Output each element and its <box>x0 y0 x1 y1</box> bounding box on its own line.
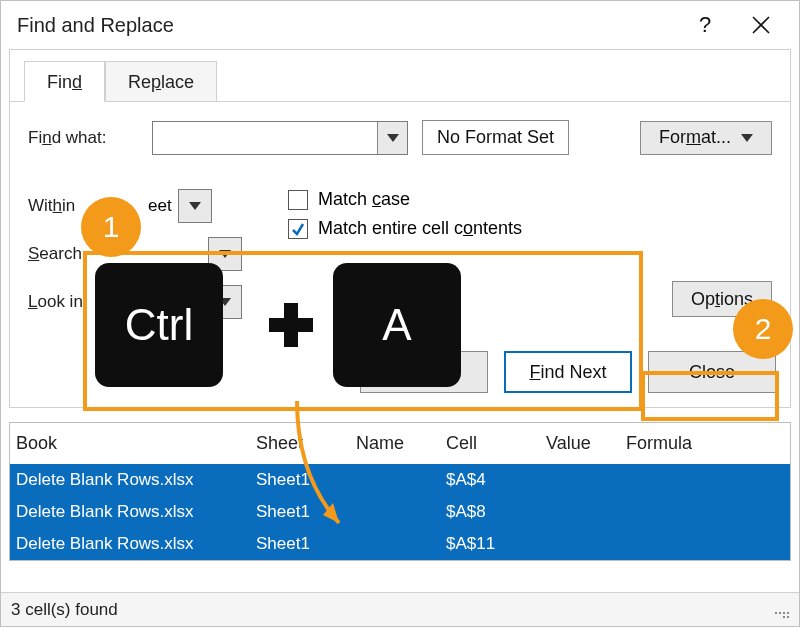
action-buttons: Find All Find Next Close <box>10 351 776 393</box>
chevron-down-icon <box>387 134 399 142</box>
cell-book: Delete Blank Rows.xlsx <box>16 534 256 554</box>
col-value[interactable]: Value <box>546 433 626 454</box>
search-combo[interactable] <box>208 237 242 271</box>
title-bar: Find and Replace ? <box>1 1 799 49</box>
results-header[interactable]: Book Sheet Name Cell Value Formula <box>10 423 790 464</box>
resize-grip-icon[interactable] <box>773 602 789 618</box>
tab-replace[interactable]: Replace <box>105 61 217 102</box>
cell-sheet: Sheet1 <box>256 502 356 522</box>
chevron-down-icon <box>189 202 201 210</box>
tab-find[interactable]: Find <box>24 61 105 102</box>
within-dropdown[interactable] <box>179 190 211 222</box>
within-value-fragment: eet <box>148 196 172 216</box>
tab-strip: Find Replace <box>24 60 790 101</box>
within-combo[interactable] <box>178 189 212 223</box>
close-icon <box>751 15 771 35</box>
find-what-input[interactable] <box>153 122 377 154</box>
cell-cell: $A$11 <box>446 534 546 554</box>
cell-book: Delete Blank Rows.xlsx <box>16 470 256 490</box>
cell-sheet: Sheet1 <box>256 534 356 554</box>
checkbox-column: Match case Match entire cell contents <box>288 189 522 239</box>
find-what-label: Find what: <box>28 128 138 148</box>
window-title: Find and Replace <box>17 14 677 37</box>
find-what-row: Find what: No Format Set Format... <box>28 120 772 155</box>
col-book[interactable]: Book <box>16 433 256 454</box>
find-all-button[interactable]: Find All <box>360 351 488 393</box>
results-body: Delete Blank Rows.xlsx Sheet1 $A$4 Delet… <box>10 464 790 560</box>
chevron-down-icon <box>741 134 753 142</box>
cell-cell: $A$4 <box>446 470 546 490</box>
match-entire-label: Match entire cell contents <box>318 218 522 239</box>
find-next-button[interactable]: Find Next <box>504 351 632 393</box>
col-cell[interactable]: Cell <box>446 433 546 454</box>
table-row[interactable]: Delete Blank Rows.xlsx Sheet1 $A$11 <box>10 528 790 560</box>
svg-marker-2 <box>387 134 399 142</box>
options-row: Within eet Search <box>28 189 772 319</box>
within-label: Within <box>28 196 108 216</box>
col-name[interactable]: Name <box>356 433 446 454</box>
status-bar: 3 cell(s) found <box>1 592 799 626</box>
search-dropdown[interactable] <box>209 238 241 270</box>
cell-sheet: Sheet1 <box>256 470 356 490</box>
svg-marker-5 <box>219 250 231 258</box>
lookin-dropdown[interactable] <box>209 286 241 318</box>
match-case-option[interactable]: Match case <box>288 189 522 210</box>
format-button[interactable]: Format... <box>640 121 772 155</box>
table-row[interactable]: Delete Blank Rows.xlsx Sheet1 $A$4 <box>10 464 790 496</box>
svg-marker-6 <box>219 298 231 306</box>
help-button[interactable]: ? <box>677 1 733 49</box>
match-entire-checkbox[interactable] <box>288 219 308 239</box>
col-formula[interactable]: Formula <box>626 433 784 454</box>
find-what-dropdown[interactable] <box>377 122 407 154</box>
options-button[interactable]: Options <box>672 281 772 317</box>
match-entire-option[interactable]: Match entire cell contents <box>288 218 522 239</box>
window-close-button[interactable] <box>733 1 789 49</box>
chevron-down-icon <box>219 298 231 306</box>
lookin-label: Look in <box>28 292 108 312</box>
close-button[interactable]: Close <box>648 351 776 393</box>
checkmark-icon <box>291 222 305 236</box>
cell-cell: $A$8 <box>446 502 546 522</box>
results-table: Book Sheet Name Cell Value Formula Delet… <box>9 422 791 561</box>
svg-marker-4 <box>189 202 201 210</box>
match-case-checkbox[interactable] <box>288 190 308 210</box>
cell-book: Delete Blank Rows.xlsx <box>16 502 256 522</box>
no-format-indicator: No Format Set <box>422 120 569 155</box>
find-what-combo[interactable] <box>152 121 408 155</box>
status-text: 3 cell(s) found <box>11 600 118 620</box>
chevron-down-icon <box>219 250 231 258</box>
search-label: Search <box>28 244 108 264</box>
match-case-label: Match case <box>318 189 410 210</box>
help-icon: ? <box>699 12 711 38</box>
table-row[interactable]: Delete Blank Rows.xlsx Sheet1 $A$8 <box>10 496 790 528</box>
lookin-combo[interactable] <box>208 285 242 319</box>
dialog-body: Find Replace Find what: No Format Set Fo… <box>9 49 791 408</box>
col-sheet[interactable]: Sheet <box>256 433 356 454</box>
tab-find-panel: Find what: No Format Set Format... Withi… <box>10 101 790 337</box>
svg-marker-3 <box>741 134 753 142</box>
